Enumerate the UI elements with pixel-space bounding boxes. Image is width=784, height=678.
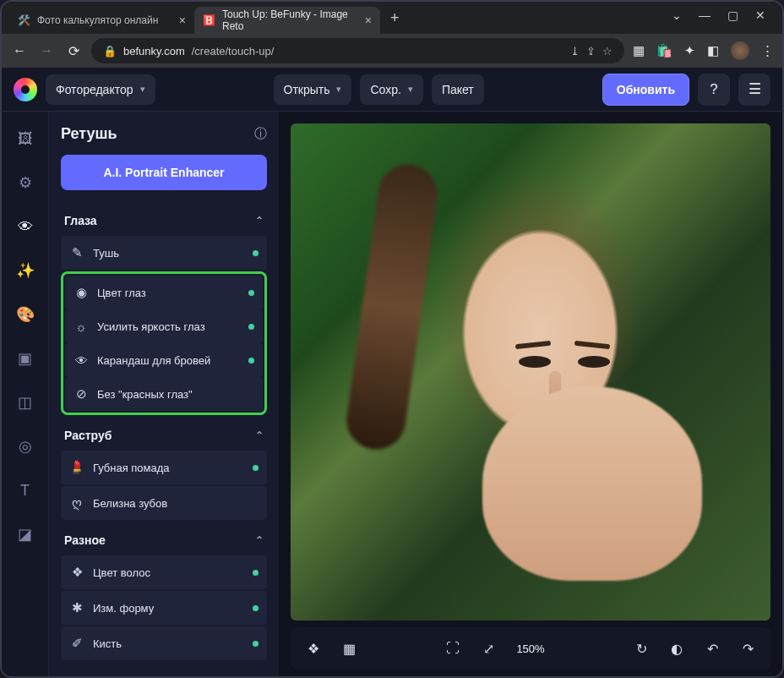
chevron-down-icon: ▾	[140, 84, 145, 95]
tool-lipstick[interactable]: 💄 Губная помада	[61, 451, 267, 484]
editor-mode-label: Фоторедактор	[56, 83, 133, 96]
tool-label: Кисть	[93, 637, 122, 650]
chevron-down-icon[interactable]: ⌄	[672, 8, 682, 22]
reload-button[interactable]: ⟳	[64, 43, 83, 59]
tool-eye-color[interactable]: ◉ Цвет глаз	[65, 276, 263, 309]
rail-sliders-icon[interactable]: ⚙	[12, 169, 39, 196]
compare-icon[interactable]: ◐	[664, 641, 689, 657]
tool-label: Белизна зубов	[93, 497, 167, 510]
lipstick-icon: 💄	[69, 460, 84, 475]
help-button[interactable]: ?	[698, 74, 730, 106]
fit-icon[interactable]: ⤢	[476, 641, 501, 657]
tool-rail: 🖼 ⚙ 👁 ✨ 🎨 ▣ ◫ ◎ T ◪	[2, 112, 49, 676]
tab-active[interactable]: 🅱️ Touch Up: BeFunky - Image Reto ×	[194, 7, 380, 34]
window-controls: ⌄ — ▢ ✕	[672, 8, 776, 27]
tool-label: Цвет глаз	[97, 287, 146, 299]
befunky-logo[interactable]	[14, 78, 37, 101]
tool-mascara[interactable]: ✎ Тушь	[61, 236, 267, 270]
premium-dot-icon	[253, 250, 259, 256]
sidepanel-icon[interactable]: ◧	[707, 43, 719, 58]
addressbar-actions: ▦ 🛍️ ✦ ◧ ⋮	[633, 41, 774, 60]
rail-image-icon[interactable]: 🖼	[12, 125, 39, 152]
brightness-icon: ☼	[74, 320, 89, 334]
extension-shop-icon[interactable]: 🛍️	[656, 43, 672, 58]
touchup-panel: Ретушь ⓘ A.I. Portrait Enhancer Глаза ⌃ …	[49, 112, 279, 676]
tool-reshape[interactable]: ✱ Изм. форму	[61, 591, 267, 625]
rail-effects-icon[interactable]: ✨	[12, 257, 39, 284]
no-red-eye-icon: ⊘	[74, 386, 89, 402]
batch-button[interactable]: Пакет	[432, 74, 484, 105]
fullscreen-icon[interactable]: ⛶	[440, 641, 466, 656]
canvas-area: ❖ ▦ ⛶ ⤢ 150% ↻ ◐ ↶ ↷	[279, 112, 782, 676]
redo-icon[interactable]: ↷	[735, 641, 760, 657]
url-host: befunky.com	[123, 45, 185, 57]
close-icon[interactable]: ×	[365, 14, 372, 27]
url-input[interactable]: 🔒 befunky.com/create/touch-up/ ⤓ ⇪ ☆	[91, 38, 624, 63]
rail-textures-icon[interactable]: ◪	[12, 521, 39, 548]
editor-mode-dropdown[interactable]: Фоторедактор ▾	[46, 74, 155, 105]
canvas-bottombar: ❖ ▦ ⛶ ⤢ 150% ↻ ◐ ↶ ↷	[291, 627, 770, 670]
premium-dot-icon	[253, 605, 259, 611]
premium-dot-icon	[248, 358, 254, 364]
close-icon[interactable]: ×	[179, 14, 186, 27]
grid-icon[interactable]: ▦	[336, 641, 362, 657]
url-path: /create/touch-up/	[192, 45, 275, 57]
profile-avatar[interactable]	[731, 41, 749, 60]
rail-text-icon[interactable]: T	[12, 477, 39, 504]
rail-artsy-icon[interactable]: 🎨	[12, 301, 39, 328]
tool-label: Губная помада	[93, 462, 170, 474]
back-button[interactable]: ←	[10, 43, 29, 58]
help-icon: ?	[710, 81, 717, 98]
extensions-puzzle-icon[interactable]: ✦	[684, 43, 695, 58]
rail-graphics-icon[interactable]: ◫	[12, 389, 39, 416]
star-icon[interactable]: ☆	[602, 45, 612, 57]
tool-label: Карандаш для бровей	[97, 354, 210, 367]
mascara-icon: ✎	[69, 245, 84, 260]
extension-icon[interactable]: ▦	[633, 43, 645, 58]
chevron-up-icon: ⌃	[255, 215, 264, 227]
tool-label: Изм. форму	[93, 602, 154, 615]
maximize-icon[interactable]: ▢	[727, 8, 738, 22]
tool-eyebrow-pencil[interactable]: 👁 Карандаш для бровей	[65, 343, 263, 377]
ai-portrait-enhancer-button[interactable]: A.I. Portrait Enhancer	[61, 155, 267, 190]
lock-icon: 🔒	[103, 45, 117, 57]
rail-touchup-icon[interactable]: 👁	[12, 213, 39, 240]
open-dropdown[interactable]: Открыть ▾	[274, 74, 352, 105]
menu-button[interactable]: ☰	[738, 74, 770, 106]
tool-brush[interactable]: ✐ Кисть	[61, 626, 267, 660]
undo-icon[interactable]: ↶	[700, 641, 725, 657]
section-header-misc[interactable]: Разное ⌃	[61, 525, 267, 555]
chevron-up-icon: ⌃	[255, 429, 264, 441]
close-window-icon[interactable]: ✕	[755, 8, 765, 22]
rail-overlays-icon[interactable]: ◎	[12, 433, 39, 460]
zoom-value[interactable]: 150%	[511, 642, 549, 655]
minimize-icon[interactable]: —	[699, 8, 710, 22]
layers-icon[interactable]: ❖	[301, 641, 326, 657]
new-tab-button[interactable]: +	[380, 4, 410, 32]
section-header-eyes[interactable]: Глаза ⌃	[61, 205, 267, 236]
section-header-mouth[interactable]: Раструб ⌃	[61, 420, 267, 451]
tool-red-eye[interactable]: ⊘ Без "красных глаз"	[65, 377, 263, 411]
update-button[interactable]: Обновить	[602, 74, 689, 106]
info-icon[interactable]: ⓘ	[254, 126, 267, 142]
rail-frames-icon[interactable]: ▣	[12, 345, 39, 372]
tab-title: Touch Up: BeFunky - Image Reto	[222, 8, 358, 32]
tool-label: Усилить яркость глаз	[97, 320, 205, 333]
kebab-menu-icon[interactable]: ⋮	[761, 43, 774, 58]
open-label: Открыть	[284, 83, 330, 96]
hair-icon: ❖	[69, 565, 84, 580]
app-toolbar: Фоторедактор ▾ Открыть ▾ Сохр. ▾ Пакет О…	[2, 68, 782, 112]
share-icon[interactable]: ⇪	[586, 45, 596, 57]
reshape-icon: ✱	[69, 600, 84, 615]
reset-icon[interactable]: ↻	[629, 641, 654, 657]
eye-color-icon: ◉	[74, 285, 89, 300]
tab-inactive[interactable]: 🛠️ Фото калькулятор онлайн ×	[8, 7, 194, 34]
tool-eye-brighten[interactable]: ☼ Усилить яркость глаз	[65, 309, 263, 343]
tool-teeth-whiten[interactable]: ღ Белизна зубов	[61, 486, 267, 520]
forward-button[interactable]: →	[37, 43, 56, 58]
install-app-icon[interactable]: ⤓	[570, 45, 580, 57]
save-dropdown[interactable]: Сохр. ▾	[360, 74, 422, 105]
image-canvas[interactable]	[291, 123, 770, 621]
tool-hair-color[interactable]: ❖ Цвет волос	[61, 555, 267, 589]
befunky-favicon-icon: 🅱️	[203, 14, 215, 27]
